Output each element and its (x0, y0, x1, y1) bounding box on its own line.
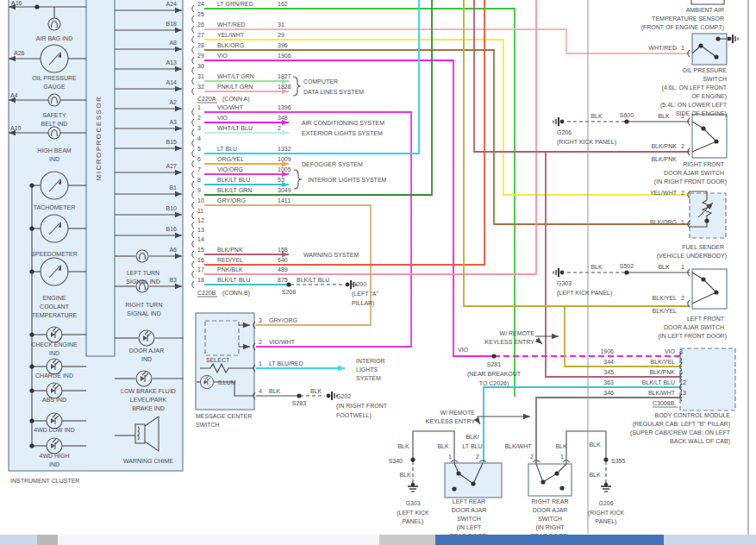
label: RIGHT REAR (531, 498, 568, 504)
pin-arc (192, 57, 194, 64)
pin-arc (192, 140, 194, 147)
ground-oil-pressure-switch (728, 34, 738, 43)
pin-number: 27 (197, 32, 204, 38)
ground-g206-right-kick (560, 120, 565, 124)
label: A27 (166, 163, 178, 169)
circuit-number: 1827 (278, 73, 291, 79)
pin-number: 28 (197, 42, 204, 48)
pin-arc (192, 171, 194, 178)
connector-suffix: (CONN B) (222, 290, 250, 297)
label: A4 (10, 92, 18, 98)
label: (IN LEFT FRONT DOOR) (659, 333, 727, 340)
label: 1 (259, 360, 262, 366)
label: 1 (448, 454, 452, 460)
dot-glyph (29, 388, 34, 392)
connector-suffix: (CONN A) (222, 96, 250, 103)
ground-g202-right-footwell (327, 394, 331, 398)
pin-arc (192, 222, 194, 229)
label: BLK/PNK (651, 143, 677, 149)
arrowhead (552, 334, 559, 339)
label: B3 (169, 277, 177, 283)
ground-g206-bottom (604, 483, 608, 486)
label: BLK/YEL (653, 308, 678, 314)
label: G303 (405, 500, 420, 506)
label: BRAKE IND (132, 405, 165, 411)
label: BLK (555, 443, 567, 449)
bcm-pin-number: 13 (679, 390, 686, 396)
label: LIGHTS (356, 366, 378, 373)
label: BLK/YEL (653, 295, 678, 301)
scrollbar-thumb[interactable] (435, 535, 664, 545)
label: SIGNAL IND (127, 310, 160, 316)
splice-s283 (297, 393, 301, 398)
splice-s340 (410, 457, 415, 461)
arrowhead (474, 417, 483, 426)
ground-g200-left-a-pillar (346, 283, 350, 287)
wire-color-label: BLK/PNK (217, 247, 243, 253)
label: B18 (166, 21, 178, 27)
pin-number: 13 (197, 227, 204, 233)
circuit-number: 162 (278, 1, 288, 7)
label: 2 (476, 454, 479, 460)
dot-glyph (29, 183, 34, 187)
label: AMBIENT AIR (686, 7, 724, 13)
label: 4WD LOW IND (34, 427, 74, 433)
pin-number: 31 (197, 73, 204, 79)
label: A24 (166, 1, 178, 7)
label: LT BLU (462, 443, 482, 449)
label: (VEHICLE UNDERBODY) (657, 253, 727, 260)
label: ILLUM (218, 379, 236, 385)
pin-number: 2 (197, 115, 201, 121)
bcm-pin-number: 12 (679, 379, 686, 385)
pin-arc (192, 271, 194, 278)
bcm-connector-id: C3008B (653, 400, 675, 406)
label: (LEFT KICK PANEL) (557, 290, 612, 297)
label: A2 (169, 99, 177, 105)
pin-arc (192, 181, 194, 188)
wire-color-label: BLK/ORG (217, 42, 244, 48)
bcm-circuit-number: 346 (603, 390, 614, 396)
label: BLK (397, 443, 409, 449)
ground-g303-left-kick (553, 268, 564, 277)
bcm-wire-color: BLK/PNK (649, 369, 675, 375)
circuit-number: 1009 (278, 156, 291, 162)
splice-s355 (603, 457, 608, 461)
bcm-wire-color: BLK/WHT (648, 390, 676, 396)
dot-glyph (559, 485, 564, 490)
scrollbar-segment (0, 535, 37, 545)
horizontal-scrollbar[interactable] (0, 535, 756, 545)
label: B1 (169, 185, 177, 191)
pin-number: 11 (197, 208, 203, 214)
pin-arc (192, 109, 194, 116)
label: SAFETY (42, 112, 66, 118)
pin-arc (192, 241, 194, 247)
wire-color-label: PNK/BLK (217, 266, 243, 272)
pin-arc (192, 129, 194, 136)
label: B10 (166, 205, 178, 211)
label: VIO (458, 347, 469, 353)
dot-glyph (34, 4, 39, 9)
label: YEL/WHT (650, 190, 678, 196)
label: 3 (259, 317, 262, 323)
ambient-sensor-box (691, 0, 724, 4)
wire-color-label: WHT/LT BLU (217, 125, 253, 131)
splice-s283 (297, 393, 301, 398)
label: BELT IND (41, 121, 68, 127)
label: (NEAR BREAKOUT (467, 371, 522, 378)
label: DATA LINES SYSTEM (303, 89, 364, 95)
pin-number: 18 (197, 277, 204, 283)
pin-number: 17 (197, 266, 204, 272)
circuit-number: 53 (278, 177, 284, 183)
dot (29, 388, 34, 392)
lf-sw-int2 (692, 292, 716, 304)
label: S340 (389, 458, 403, 464)
label: (IN LEFT (457, 524, 482, 531)
pin-arc (192, 202, 194, 209)
label: SWITCH (196, 422, 220, 428)
label: BLK (269, 388, 281, 394)
splice-s502 (624, 270, 628, 274)
dot (701, 277, 705, 281)
wire-color-label: YEL/WHT (217, 32, 245, 38)
circuit-number: 1005 (278, 166, 291, 172)
ground-g206-right-kick (553, 117, 564, 126)
